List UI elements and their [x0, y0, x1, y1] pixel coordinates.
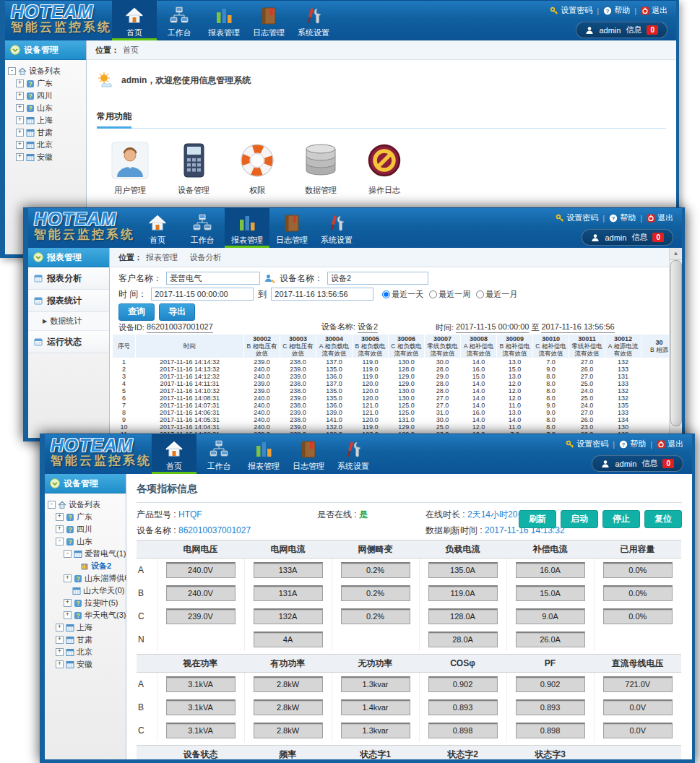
table-row[interactable]: 52017-11-16 14:10:32239.0238.0135.0120.0…	[113, 387, 670, 395]
link-set-password[interactable]: 设置密码	[550, 5, 592, 16]
expand-icon[interactable]: +	[64, 574, 72, 582]
expand-icon[interactable]: +	[56, 525, 64, 533]
table-row[interactable]: 102017-11-16 14:04:31240.0239.0132.0119.…	[113, 423, 670, 431]
user-pill[interactable]: admin信息0	[582, 229, 673, 246]
tree-node[interactable]: +北京	[7, 139, 85, 151]
table-row[interactable]: 82017-11-16 14:06:31240.0239.0139.0121.0…	[113, 409, 670, 416]
nav-tab-logs[interactable]: 日志管理	[246, 1, 291, 40]
reset-button[interactable]: 复位	[644, 510, 682, 528]
expand-icon[interactable]: +	[16, 116, 24, 124]
nav-tab-settings[interactable]: 系统设置	[291, 1, 336, 40]
nav-tab-workbench[interactable]: 工作台	[157, 1, 202, 40]
tree-node[interactable]: +?拉斐叶(5)	[46, 597, 124, 609]
shortcut-item[interactable]: 设备管理	[168, 140, 220, 196]
sidebar-header[interactable]: 设备管理	[5, 40, 86, 60]
expand-icon[interactable]: +	[16, 104, 24, 112]
time-from-input[interactable]	[151, 288, 254, 301]
vertical-scrollbar[interactable]: ▲	[669, 248, 682, 438]
expand-icon[interactable]: +	[16, 129, 24, 137]
time-range-option[interactable]: 最近一月	[476, 289, 517, 300]
time-range-option[interactable]: 最近一天	[382, 289, 423, 300]
query-button[interactable]: 查询	[118, 303, 155, 321]
table-row[interactable]: 22017-11-16 14:13:32240.0239.0135.0119.0…	[113, 366, 670, 373]
nav-tab-logs[interactable]: 日志管理	[286, 434, 331, 474]
nav-tab-reports[interactable]: 报表管理	[202, 1, 246, 40]
message-badge[interactable]: 0	[647, 25, 658, 35]
nav-tab-home[interactable]: 首页	[112, 1, 157, 40]
stop-button[interactable]: 停止	[602, 510, 640, 528]
message-badge[interactable]: 0	[662, 459, 674, 468]
device-name-input[interactable]	[327, 272, 428, 285]
tree-node[interactable]: 设备2	[46, 560, 124, 572]
nav-tab-workbench[interactable]: 工作台	[180, 208, 225, 248]
nav-tab-home[interactable]: 首页	[152, 434, 196, 474]
tree-node[interactable]: -设备列表	[7, 65, 85, 77]
tree-node[interactable]: +?四川	[46, 523, 124, 535]
message-badge[interactable]: 0	[652, 233, 664, 242]
customer-picker-icon[interactable]	[264, 273, 275, 284]
nav-tab-reports[interactable]: 报表管理	[241, 434, 286, 474]
refresh-button[interactable]: 刷新	[519, 510, 556, 528]
tree-node[interactable]: +?华天电气(3)	[46, 609, 124, 621]
tree-node[interactable]: +上海	[46, 621, 124, 634]
collapse-icon[interactable]: -	[8, 67, 16, 75]
breadcrumb-item[interactable]: 首页	[123, 45, 139, 56]
table-row[interactable]: 32017-11-16 14:12:32240.0239.0136.0119.0…	[113, 373, 670, 380]
time-range-radio[interactable]	[382, 290, 390, 298]
shortcut-item[interactable]: 权限	[231, 140, 283, 196]
expand-icon[interactable]: +	[56, 513, 64, 521]
time-range-option[interactable]: 最近一周	[429, 289, 470, 300]
expand-icon[interactable]: +	[64, 611, 72, 619]
expand-icon[interactable]: +	[56, 624, 64, 631]
user-info-label[interactable]: 信息	[631, 232, 647, 243]
nav-tab-workbench[interactable]: 工作台	[196, 434, 241, 474]
link-set-password[interactable]: 设置密码	[566, 439, 608, 449]
table-row[interactable]: 12017-11-16 14:14:32239.0238.0137.0119.0…	[113, 358, 670, 366]
tree-node[interactable]: +?山东	[7, 102, 85, 114]
menu-item[interactable]: 运行状态	[28, 331, 109, 353]
breadcrumb-item[interactable]: 报表管理	[146, 252, 178, 263]
table-row[interactable]: 62017-11-16 14:08:31240.0239.0135.0120.0…	[113, 395, 670, 402]
tree-node[interactable]: +?广东	[46, 511, 124, 523]
scroll-up-arrow[interactable]: ▲	[670, 248, 682, 260]
menu-item[interactable]: 报表分析	[28, 267, 109, 290]
link-logout[interactable]: 退出	[657, 439, 683, 449]
shortcut-item[interactable]: 数据管理	[295, 140, 347, 196]
tree-node[interactable]: +北京	[46, 646, 124, 658]
user-info-label[interactable]: 信息	[641, 458, 657, 469]
tree-node[interactable]: -设备列表	[46, 499, 124, 511]
start-button[interactable]: 启动	[561, 510, 598, 528]
expand-icon[interactable]: +	[56, 648, 64, 656]
shortcut-item[interactable]: 用户管理	[104, 140, 156, 196]
tree-node[interactable]: -爱普电气(1)	[46, 548, 124, 560]
expand-icon[interactable]: +	[16, 79, 24, 87]
expand-icon[interactable]: +	[16, 92, 24, 100]
tree-node[interactable]: 山大华天(0)	[46, 585, 124, 597]
customer-name-input[interactable]	[166, 272, 260, 285]
time-to-input[interactable]	[271, 288, 373, 301]
user-pill[interactable]: admin信息0	[592, 455, 683, 472]
table-row[interactable]: 42017-11-16 14:11:31239.0238.0137.0120.0…	[113, 380, 670, 387]
time-range-radio[interactable]	[476, 290, 484, 298]
collapse-icon[interactable]: -	[56, 538, 64, 546]
nav-tab-logs[interactable]: 日志管理	[269, 208, 314, 248]
nav-tab-settings[interactable]: 系统设置	[331, 434, 376, 474]
expand-icon[interactable]: +	[16, 141, 24, 149]
user-pill[interactable]: admin信息0	[576, 22, 667, 38]
user-info-label[interactable]: 信息	[626, 25, 641, 35]
tree-node[interactable]: +上海	[7, 114, 85, 126]
expand-icon[interactable]: +	[56, 636, 64, 644]
link-help[interactable]: ?帮助	[619, 439, 646, 449]
expand-icon[interactable]: +	[56, 660, 64, 668]
link-help[interactable]: ?帮助	[603, 5, 630, 16]
link-set-password[interactable]: 设置密码	[556, 212, 598, 223]
expand-icon[interactable]: +	[16, 153, 24, 161]
tree-node[interactable]: +甘肃	[46, 634, 124, 646]
collapse-icon[interactable]: -	[64, 550, 72, 558]
time-range-radio[interactable]	[429, 290, 437, 298]
tree-node[interactable]: -?山东	[46, 535, 124, 548]
tree-node[interactable]: +甘肃	[7, 126, 85, 139]
link-help[interactable]: ?帮助	[609, 212, 636, 223]
sidebar-header[interactable]: 设备管理	[45, 474, 126, 493]
menu-item[interactable]: ▶数据统计	[28, 312, 109, 331]
